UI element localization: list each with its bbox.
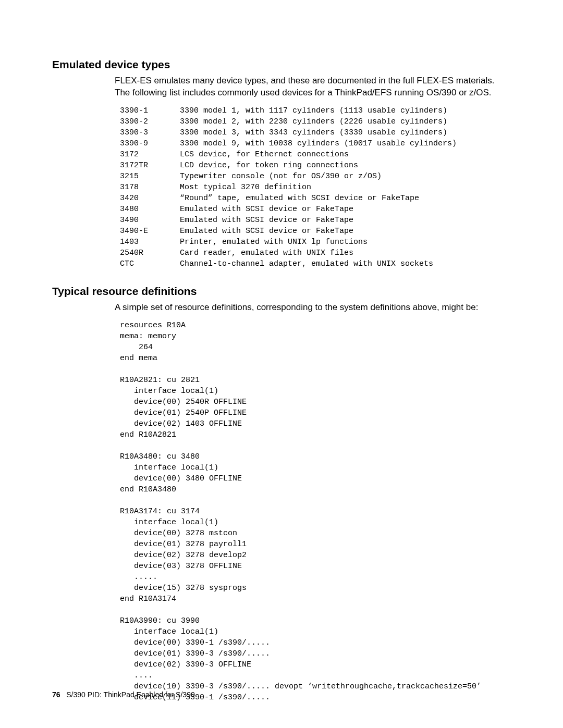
device-row: 3490Emulated with SCSI device or FakeTap… xyxy=(120,215,511,226)
device-desc: 3390 model 2, with 2230 cylinders (2226 … xyxy=(180,116,447,127)
device-row: 2540RCard reader, emulated with UNIX fil… xyxy=(120,248,511,258)
device-row: 3390-33390 model 3, with 3343 cylinders … xyxy=(120,127,511,138)
device-key: 3390-9 xyxy=(120,138,180,149)
device-key: CTC xyxy=(120,258,180,269)
device-row: 3480Emulated with SCSI device or FakeTap… xyxy=(120,204,511,215)
device-row: 3172TRLCD device, for token ring connect… xyxy=(120,160,511,171)
device-desc: LCD device, for token ring connections xyxy=(180,160,358,171)
device-desc: Typewriter console (not for OS/390 or z/… xyxy=(180,171,382,182)
resource-code-block: resources R10A mema: memory 264 end mema… xyxy=(120,320,511,703)
device-desc: Most typical 3270 definition xyxy=(180,182,311,193)
device-key: 3490-E xyxy=(120,226,180,237)
device-desc: Emulated with SCSI device or FakeTape xyxy=(180,226,353,237)
device-desc: Emulated with SCSI device or FakeTape xyxy=(180,204,353,215)
device-row: 3178Most typical 3270 definition xyxy=(120,182,511,193)
device-row: 3390-93390 model 9, with 10038 cylinders… xyxy=(120,138,511,149)
device-desc: 3390 model 1, with 1117 cylinders (1113 … xyxy=(180,105,447,116)
device-desc: 3390 model 9, with 10038 cylinders (1001… xyxy=(180,138,457,149)
device-row: 1403Printer, emulated with UNIX lp funct… xyxy=(120,237,511,248)
device-row: 3390-13390 model 1, with 1117 cylinders … xyxy=(120,105,511,116)
page-footer: 76 S/390 PID: ThinkPad Enabled for S/390 xyxy=(52,690,195,699)
device-desc: LCS device, for Ethernet connections xyxy=(180,149,349,160)
device-row: 3172LCS device, for Ethernet connections xyxy=(120,149,511,160)
device-row: 3490-EEmulated with SCSI device or FakeT… xyxy=(120,226,511,237)
device-row: CTCChannel-to-channel adapter, emulated … xyxy=(120,258,511,269)
section2-para: A simple set of resource definitions, co… xyxy=(115,302,511,314)
device-key: 3390-1 xyxy=(120,105,180,116)
device-desc: Channel-to-channel adapter, emulated wit… xyxy=(180,258,433,269)
device-row: 3420“Round” tape, emulated with SCSI dev… xyxy=(120,193,511,204)
device-key: 3420 xyxy=(120,193,180,204)
device-key: 3172TR xyxy=(120,160,180,171)
device-row: 3390-23390 model 2, with 2230 cylinders … xyxy=(120,116,511,127)
device-table: 3390-13390 model 1, with 1117 cylinders … xyxy=(120,105,511,269)
device-desc: Emulated with SCSI device or FakeTape xyxy=(180,215,353,226)
footer-title: S/390 PID: ThinkPad Enabled for S/390 xyxy=(66,690,194,699)
device-row: 3215Typewriter console (not for OS/390 o… xyxy=(120,171,511,182)
device-key: 3390-3 xyxy=(120,127,180,138)
device-key: 3490 xyxy=(120,215,180,226)
page-number: 76 xyxy=(52,690,60,699)
section-heading-emulated: Emulated device types xyxy=(52,58,511,71)
device-desc: “Round” tape, emulated with SCSI device … xyxy=(180,193,419,204)
device-key: 3390-2 xyxy=(120,116,180,127)
section-heading-resources: Typical resource definitions xyxy=(52,285,511,298)
device-key: 3215 xyxy=(120,171,180,182)
device-key: 3178 xyxy=(120,182,180,193)
device-desc: Card reader, emulated with UNIX files xyxy=(180,248,353,258)
device-key: 2540R xyxy=(120,248,180,258)
device-key: 3480 xyxy=(120,204,180,215)
device-key: 3172 xyxy=(120,149,180,160)
device-key: 1403 xyxy=(120,237,180,248)
section1-para: FLEX-ES emulates many device types, and … xyxy=(115,75,511,99)
device-desc: 3390 model 3, with 3343 cylinders (3339 … xyxy=(180,127,447,138)
device-desc: Printer, emulated with UNIX lp functions xyxy=(180,237,368,248)
